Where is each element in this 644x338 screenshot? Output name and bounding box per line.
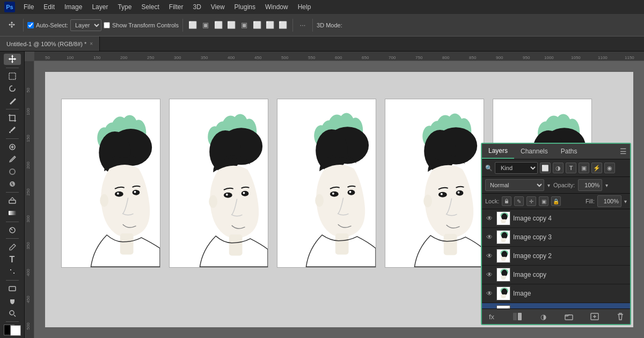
- layer-visibility-background[interactable]: 👁: [485, 308, 494, 308]
- lock-all-btn[interactable]: 🔒: [551, 196, 561, 206]
- marquee-tool-btn[interactable]: [4, 71, 21, 82]
- layer-visibility-4[interactable]: 👁: [485, 214, 494, 223]
- fill-input[interactable]: [597, 195, 621, 207]
- tab-paths[interactable]: Paths: [554, 144, 584, 158]
- layer-row-image[interactable]: 👁 Image: [482, 284, 630, 303]
- tab-channels[interactable]: Channels: [514, 144, 554, 158]
- svg-text:700: 700: [389, 55, 396, 60]
- lock-image-btn[interactable]: ✎: [514, 196, 524, 206]
- layer-visibility-image[interactable]: 👁: [485, 289, 494, 298]
- distribute-icon[interactable]: ⬜: [264, 19, 276, 31]
- layer-visibility-copy[interactable]: 👁: [485, 270, 494, 279]
- layer-row-2[interactable]: 👁 Image copy 2: [482, 247, 630, 266]
- layer-row-copy[interactable]: 👁 Image copy: [482, 266, 630, 284]
- lock-transparency-btn[interactable]: [502, 196, 511, 206]
- align-center-v-icon[interactable]: ▣: [238, 19, 250, 31]
- align-right-icon[interactable]: ⬜: [213, 19, 224, 31]
- distribute2-icon[interactable]: ⬜: [277, 19, 289, 31]
- new-layer-icon[interactable]: [589, 311, 600, 322]
- filter-pixel-icon[interactable]: ⬜: [540, 163, 551, 173]
- lt-sep5: [6, 222, 19, 222]
- canvas-area[interactable]: 50100150 200250300 350400450 500550600 6…: [25, 52, 644, 338]
- crop-tool-btn[interactable]: [4, 112, 21, 123]
- menu-3d[interactable]: 3D: [188, 2, 205, 12]
- brush-btn[interactable]: [4, 154, 21, 165]
- gradient-btn[interactable]: [4, 208, 21, 219]
- layer-row-background[interactable]: 👁 Background 🔒: [482, 303, 630, 308]
- tab-layers[interactable]: Layers: [482, 144, 514, 159]
- new-adjustment-icon[interactable]: ◑: [538, 311, 548, 322]
- document-tab[interactable]: Untitled-1 @ 100% (RGB/8#) * ×: [0, 36, 100, 51]
- align-bottom-icon[interactable]: ⬜: [251, 19, 263, 31]
- menu-help[interactable]: Help: [294, 2, 316, 12]
- menu-edit[interactable]: Edit: [39, 2, 59, 12]
- svg-text:100: 100: [67, 55, 74, 60]
- delete-layer-icon[interactable]: [615, 311, 626, 322]
- svg-rect-4: [9, 211, 16, 215]
- toolbar-separator: [23, 19, 24, 32]
- layers-panel: Layers Channels Paths ☰ 🔍 Kind ⬜ ◑ T: [481, 143, 631, 325]
- filter-smart-icon[interactable]: ⚡: [591, 163, 602, 173]
- dodge-burn-btn[interactable]: [4, 225, 21, 236]
- menu-window[interactable]: Window: [261, 2, 292, 12]
- layers-menu-icon[interactable]: ☰: [620, 147, 627, 156]
- move-tool-icon[interactable]: [4, 18, 19, 33]
- rect-shape-btn[interactable]: [4, 283, 21, 295]
- menu-layer[interactable]: Layer: [87, 2, 112, 12]
- menu-plugins[interactable]: Plugins: [230, 2, 260, 12]
- filter-shape-icon[interactable]: ▣: [579, 163, 589, 173]
- menu-image[interactable]: Image: [60, 2, 86, 12]
- layer-row-4[interactable]: 👁 Image copy 4: [482, 209, 630, 228]
- svg-text:650: 650: [362, 55, 369, 60]
- path-select-btn[interactable]: [4, 266, 21, 277]
- magic-wand-btn[interactable]: [4, 95, 21, 106]
- blend-mode-select[interactable]: Normal: [485, 179, 544, 191]
- eraser-btn[interactable]: [4, 195, 21, 207]
- toolbar-sep4: [312, 19, 313, 32]
- auto-select-checkbox[interactable]: [27, 22, 34, 28]
- add-fx-icon[interactable]: fx: [486, 311, 497, 322]
- more-options-icon[interactable]: ···: [297, 19, 309, 31]
- heal-brush-btn[interactable]: [4, 142, 21, 153]
- move-tool-btn[interactable]: [4, 54, 21, 65]
- lock-position-btn[interactable]: ✛: [526, 196, 536, 206]
- eyedropper-btn[interactable]: [4, 124, 21, 136]
- add-mask-icon[interactable]: [512, 311, 523, 322]
- type-btn[interactable]: T: [4, 254, 21, 265]
- align-left-icon[interactable]: ⬜: [187, 19, 199, 31]
- menu-view[interactable]: View: [207, 2, 229, 12]
- align-top-icon[interactable]: ⬜: [225, 19, 237, 31]
- menu-type[interactable]: Type: [113, 2, 136, 12]
- menu-select[interactable]: Select: [137, 2, 163, 12]
- svg-text:350: 350: [201, 55, 208, 60]
- pen-btn[interactable]: [4, 241, 21, 253]
- auto-select-dropdown[interactable]: Layer: [70, 19, 101, 31]
- auto-select-check[interactable]: Auto-Select:: [27, 22, 68, 28]
- lock-artboard-btn[interactable]: ▣: [539, 196, 548, 206]
- tab-close-button[interactable]: ×: [90, 41, 93, 47]
- new-group-icon[interactable]: [564, 311, 574, 322]
- layer-visibility-3[interactable]: 👁: [485, 233, 494, 241]
- filter-type-icon[interactable]: T: [566, 163, 576, 173]
- align-center-h-icon[interactable]: ▣: [200, 19, 211, 31]
- svg-point-53: [134, 191, 136, 193]
- layer-visibility-2[interactable]: 👁: [485, 252, 494, 260]
- layer-kind-select[interactable]: Kind: [495, 162, 538, 174]
- show-transform-check[interactable]: Show Transform Controls: [104, 22, 179, 28]
- show-transform-checkbox[interactable]: [104, 22, 110, 28]
- zoom-btn[interactable]: [4, 307, 21, 319]
- menu-filter[interactable]: Filter: [165, 2, 188, 12]
- hand-btn[interactable]: [4, 296, 21, 307]
- menu-file[interactable]: File: [19, 2, 38, 12]
- svg-point-92: [458, 192, 460, 194]
- history-brush-btn[interactable]: [4, 178, 21, 189]
- color-swatch[interactable]: [4, 325, 21, 336]
- lasso-tool-btn[interactable]: [4, 83, 21, 94]
- filter-toggle[interactable]: ◉: [604, 163, 615, 173]
- layer-name-3: Image copy 3: [513, 233, 627, 241]
- clone-stamp-btn[interactable]: [4, 166, 21, 177]
- opacity-input[interactable]: [578, 179, 602, 191]
- filter-adj-icon[interactable]: ◑: [553, 163, 564, 173]
- layer-name-4: Image copy 4: [513, 215, 627, 222]
- layer-row-3[interactable]: 👁 Image copy 3: [482, 228, 630, 247]
